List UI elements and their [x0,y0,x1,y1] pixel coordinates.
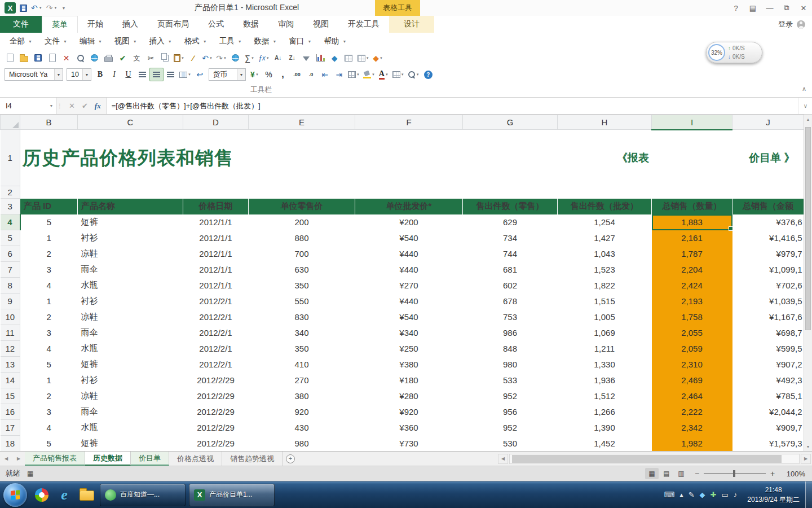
cell-H12[interactable]: 1,211 [558,341,652,357]
cell-B6[interactable]: 2 [20,246,78,262]
table-header-C[interactable]: 产品名称 [78,199,183,214]
table-header-J[interactable]: 总销售（金额 [732,199,804,214]
security-shield-icon[interactable]: ◆ [700,491,705,499]
nav-link-report[interactable]: 《报表 [617,151,649,165]
cell-G5[interactable]: 734 [463,230,558,246]
cell-G15[interactable]: 952 [463,388,558,404]
cell-G13[interactable]: 980 [463,357,558,373]
cell-F5[interactable]: ¥540 [355,230,463,246]
row-header-3[interactable]: 3 [1,199,20,214]
cell-J18[interactable]: ¥1,579,3 [732,436,804,452]
cell-I4[interactable]: 1,883 [652,214,732,230]
menu-item-数据[interactable]: 数据▼ [248,34,283,48]
taskbar-app-excel[interactable]: X产品价目单1... [189,484,275,506]
autosum-button[interactable]: ∑▼ [242,51,257,65]
cell-E9[interactable]: 550 [249,294,355,309]
row-header-13[interactable]: 13 [1,357,20,373]
taskbar-clock[interactable]: 21:48 2013/9/24 星期二 [742,485,805,505]
cell-B16[interactable]: 3 [20,404,78,420]
row-header-4[interactable]: 4 [1,214,20,230]
pen-input-icon[interactable]: ✎ [689,491,695,499]
sort-ascending-button[interactable]: A↓ [271,51,285,65]
scroll-up-icon[interactable]: ▲ [804,115,812,124]
cell-G17[interactable]: 952 [463,420,558,436]
hyperlink-button[interactable] [228,51,242,65]
percent-style-button[interactable]: % [262,68,276,81]
row-header-16[interactable]: 16 [1,404,20,420]
ribbon-tab-视图[interactable]: 视图 [303,16,338,33]
zoom-slider-thumb[interactable] [733,470,735,477]
cell-C15[interactable]: 凉鞋 [78,388,183,404]
cell-F4[interactable]: ¥200 [355,214,463,230]
cell-E10[interactable]: 830 [249,309,355,325]
open-folder-button[interactable] [17,51,31,65]
cell-D4[interactable]: 2012/1/1 [183,214,249,230]
show-hidden-arrow-icon[interactable]: ▴ [679,491,683,499]
restore-button[interactable]: ⧉ [778,0,795,16]
scroll-left-icon[interactable]: ◀ [498,454,508,464]
pivot-table-button[interactable]: ▼ [356,51,371,65]
cell-H6[interactable]: 1,043 [558,246,652,262]
row-header-18[interactable]: 18 [1,436,20,452]
sheet-nav-left-icon[interactable]: ◀ [0,452,12,466]
name-box[interactable]: I4 ▼ [0,98,56,114]
zoom-find-button[interactable]: ▼ [406,68,421,81]
cell-F11[interactable]: ¥340 [355,325,463,341]
sort-descending-button[interactable]: Z↓ [285,51,299,65]
row-header-7[interactable]: 7 [1,262,20,278]
macro-record-icon[interactable]: ▦ [27,470,33,478]
cell-F13[interactable]: ¥380 [355,357,463,373]
cell-J5[interactable]: ¥1,416,5 [732,230,804,246]
cell-E14[interactable]: 270 [249,373,355,388]
undo-button[interactable]: ↶▼ [31,4,42,12]
cell-D17[interactable]: 2012/2/29 [183,420,249,436]
align-right-button[interactable] [164,68,178,81]
menu-item-视图[interactable]: 视图▼ [108,34,143,48]
cell-G14[interactable]: 533 [463,373,558,388]
table-header-H[interactable]: 售出件数（批发） [558,199,652,214]
cell-H15[interactable]: 1,512 [558,388,652,404]
cell-styles-button[interactable]: ▼ [391,68,406,81]
sheet-nav-right-icon[interactable]: ▶ [12,452,25,466]
cell-I15[interactable]: 2,464 [652,388,732,404]
cell-G4[interactable]: 629 [463,214,558,230]
cell-B7[interactable]: 3 [20,262,78,278]
net-speed-widget[interactable]: 32% ↑0K/S ↓0K/S [706,42,762,63]
page-layout-view-button[interactable]: ▤ [660,468,673,479]
cell-G10[interactable]: 753 [463,309,558,325]
font-color-button[interactable]: A▼ [377,68,391,81]
cell-C4[interactable]: 短裤 [78,214,183,230]
cut-button[interactable]: ✂ [144,51,158,65]
menu-item-全部[interactable]: 全部▼ [3,34,38,48]
cell-C7[interactable]: 雨伞 [78,262,183,278]
cell-G8[interactable]: 602 [463,278,558,294]
cell-H5[interactable]: 1,427 [558,230,652,246]
cell-I12[interactable]: 2,059 [652,341,732,357]
align-center-button[interactable] [149,68,164,81]
cell-F16[interactable]: ¥920 [355,404,463,420]
cell-G18[interactable]: 530 [463,436,558,452]
column-header-G[interactable]: G [463,115,558,130]
cell-I18[interactable]: 1,982 [652,436,732,452]
file-explorer-button[interactable] [77,484,97,506]
cell-I17[interactable]: 2,342 [652,420,732,436]
cell-B17[interactable]: 4 [20,420,78,436]
cell-F6[interactable]: ¥440 [355,246,463,262]
font-size-combo-dropdown-icon[interactable]: ▼ [82,69,91,80]
cell-E5[interactable]: 880 [249,230,355,246]
row-header-11[interactable]: 11 [1,325,20,341]
cell-F12[interactable]: ¥250 [355,341,463,357]
ribbon-tab-设计[interactable]: 设计 [389,16,434,33]
scroll-down-icon[interactable]: ▼ [804,442,812,451]
table-header-I[interactable]: 总销售（数量） [652,199,732,214]
cell-H13[interactable]: 1,330 [558,357,652,373]
cell-D16[interactable]: 2012/2/29 [183,404,249,420]
table-header-F[interactable]: 单位批发价* [355,199,463,214]
fill-color-button[interactable]: ▼ [361,68,377,81]
scroll-right-icon[interactable]: ▶ [801,454,811,464]
360-browser-button[interactable] [32,484,52,506]
ribbon-tab-插入[interactable]: 插入 [113,16,148,33]
underline-button[interactable]: U [121,68,135,81]
redo-button[interactable]: ↷▼ [214,51,228,65]
cell-I6[interactable]: 1,787 [652,246,732,262]
